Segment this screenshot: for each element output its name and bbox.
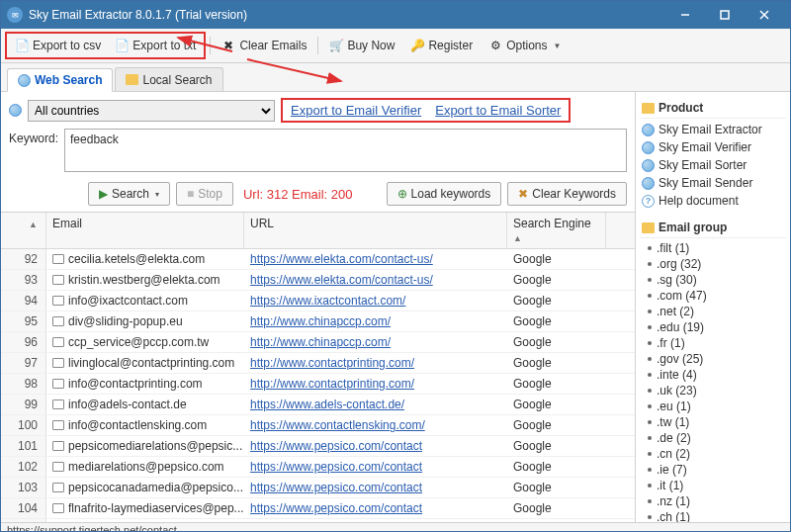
export-sorter-link[interactable]: Export to Email Sorter [435, 103, 561, 118]
group-item[interactable]: .it (1) [642, 478, 786, 493]
load-keywords-button[interactable]: ⊕Load keywords [387, 182, 502, 206]
row-search-engine: Google [507, 519, 606, 522]
url-link[interactable]: https://www.ixactcontact.com/ [250, 294, 405, 308]
col-url-header[interactable]: URL [244, 213, 507, 248]
search-button[interactable]: ▶Search▾ [88, 182, 170, 206]
url-link[interactable]: https://www.pepsico.com/contact [250, 460, 422, 474]
row-email: pepsicomediarelations@pepsic... [46, 436, 244, 456]
product-item[interactable]: Sky Email Sorter [642, 156, 786, 174]
table-row[interactable]: 103pepsicocanadamedia@pepsico...https://… [1, 478, 635, 498]
tab-local-search[interactable]: Local Search [115, 67, 222, 91]
mail-icon [52, 316, 64, 326]
group-item[interactable]: .edu (19) [642, 319, 786, 335]
product-item[interactable]: Sky Email Sender [642, 174, 786, 192]
url-link[interactable]: http://www.chinapccp.com/ [250, 314, 391, 328]
table-row[interactable]: 96ccp_service@pccp.com.twhttp://www.chin… [1, 332, 635, 353]
group-title-label: Email group [659, 221, 727, 234]
tree-bullet-icon [648, 262, 652, 266]
col-email-header[interactable]: Email [46, 213, 244, 248]
url-link[interactable]: https://www.pepsico.com/contact [250, 501, 422, 515]
url-link[interactable]: https://www.adels-contact.de/ [250, 398, 404, 411]
export-txt-button[interactable]: 📄Export to txt [108, 35, 203, 56]
table-row[interactable]: 101pepsicomediarelations@pepsic...https:… [1, 436, 635, 457]
group-item[interactable]: .com (47) [642, 288, 786, 304]
group-item[interactable]: .eu (1) [642, 399, 786, 414]
country-select[interactable]: All countries [28, 100, 275, 122]
group-item[interactable]: .net (2) [642, 304, 786, 319]
buy-now-button[interactable]: 🛒Buy Now [322, 35, 401, 56]
row-email: livinglocal@contactprinting.com [46, 353, 244, 373]
table-row[interactable]: 97livinglocal@contactprinting.comhttp://… [1, 353, 635, 374]
table-row[interactable]: 102mediarelations@pepsico.comhttps://www… [1, 457, 635, 478]
table-row[interactable]: 98info@contactprinting.comhttp://www.con… [1, 374, 635, 395]
minimize-button[interactable] [665, 1, 705, 29]
row-url: https://www.pepsico.com/contact [244, 498, 507, 518]
col-search-engine-header[interactable]: Search Engine ▲ [507, 213, 606, 248]
globe-icon [9, 104, 22, 117]
group-item[interactable]: .ch (1) [642, 509, 786, 522]
row-search-engine: Google [507, 498, 606, 518]
table-row[interactable]: 93kristin.westberg@elekta.comhttps://www… [1, 270, 635, 291]
export-csv-button[interactable]: 📄Export to csv [8, 35, 108, 56]
group-item[interactable]: .nz (1) [642, 493, 786, 509]
product-label: Sky Email Sender [659, 176, 752, 190]
stop-button[interactable]: ■Stop [176, 182, 233, 206]
tab-web-search-label: Web Search [35, 73, 102, 87]
group-label: .gov (25) [657, 352, 703, 366]
product-item[interactable]: Sky Email Extractor [642, 121, 786, 138]
url-link[interactable]: https://www.elekta.com/contact-us/ [250, 252, 433, 266]
url-link[interactable]: https://www.contactlensking.com/ [250, 418, 425, 432]
url-link[interactable]: http://www.contactprinting.com/ [250, 356, 414, 370]
table-row[interactable]: 94info@ixactcontact.comhttps://www.ixact… [1, 291, 635, 311]
tree-bullet-icon [648, 389, 652, 393]
group-item[interactable]: .gov (25) [642, 351, 786, 367]
keyword-label: Keyword: [9, 129, 58, 145]
product-item[interactable]: Sky Email Verifier [642, 138, 786, 156]
close-button[interactable] [745, 1, 784, 29]
tab-web-search[interactable]: Web Search [7, 68, 113, 92]
group-item[interactable]: .fr (1) [642, 335, 786, 351]
group-item[interactable]: .tw (1) [642, 414, 786, 430]
register-button[interactable]: 🔑Register [403, 35, 480, 56]
url-link[interactable]: https://www.elekta.com/contact-us/ [250, 273, 433, 287]
clear-keywords-button[interactable]: ✖Clear Keywords [507, 182, 627, 206]
table-row[interactable]: 99info@adels-contact.dehttps://www.adels… [1, 395, 635, 415]
col-index-header[interactable]: ▲ [1, 213, 46, 248]
group-item[interactable]: .filt (1) [642, 240, 786, 256]
maximize-button[interactable] [705, 1, 745, 29]
clear-emails-button[interactable]: ✖Clear Emails [215, 35, 313, 56]
tree-bullet-icon [648, 499, 652, 503]
group-item[interactable]: .de (2) [642, 430, 786, 446]
export-verifier-link[interactable]: Export to Email Verifier [291, 103, 421, 118]
group-item[interactable]: .org (32) [642, 256, 786, 272]
group-item[interactable]: .sg (30) [642, 272, 786, 288]
url-link[interactable]: http://www.contactprinting.com/ [250, 377, 414, 391]
url-link[interactable]: https://www.pepsico.com/contact [250, 439, 422, 453]
group-label: .ch (1) [657, 510, 690, 522]
group-item[interactable]: .ie (7) [642, 462, 786, 478]
url-link[interactable]: https://www.pepsico.com/contact [250, 481, 422, 494]
row-url: https://www.contactlensking.com/ [244, 415, 507, 435]
keyword-input[interactable]: feedback [64, 129, 627, 172]
url-link[interactable]: http://www.chinapccp.com/ [250, 335, 391, 349]
tree-bullet-icon [648, 310, 652, 313]
mail-icon [52, 275, 64, 285]
table-row[interactable]: 95div@sliding-popup.euhttp://www.chinapc… [1, 311, 635, 332]
product-item[interactable]: ?Help document [642, 192, 786, 210]
group-item[interactable]: .inte (4) [642, 367, 786, 383]
mail-icon [52, 483, 64, 492]
chevron-down-icon: ▾ [155, 190, 159, 199]
options-button[interactable]: ⚙Options▼ [482, 35, 568, 56]
group-item[interactable]: .uk (23) [642, 383, 786, 399]
product-section-title: Product [640, 98, 786, 119]
folder-icon [126, 74, 138, 85]
table-row[interactable]: 100info@contactlensking.comhttps://www.c… [1, 415, 635, 436]
tree-bullet-icon [648, 484, 652, 488]
tab-strip: Web Search Local Search [1, 63, 790, 92]
table-body[interactable]: 92cecilia.ketels@elekta.comhttps://www.e… [1, 249, 635, 522]
table-row[interactable]: 105gatoradecommunications@gato...https:/… [1, 519, 635, 522]
row-index: 96 [1, 332, 46, 352]
group-item[interactable]: .cn (2) [642, 446, 786, 462]
table-row[interactable]: 92cecilia.ketels@elekta.comhttps://www.e… [1, 249, 635, 270]
table-row[interactable]: 104flnafrito-laymediaservices@pep...http… [1, 498, 635, 519]
